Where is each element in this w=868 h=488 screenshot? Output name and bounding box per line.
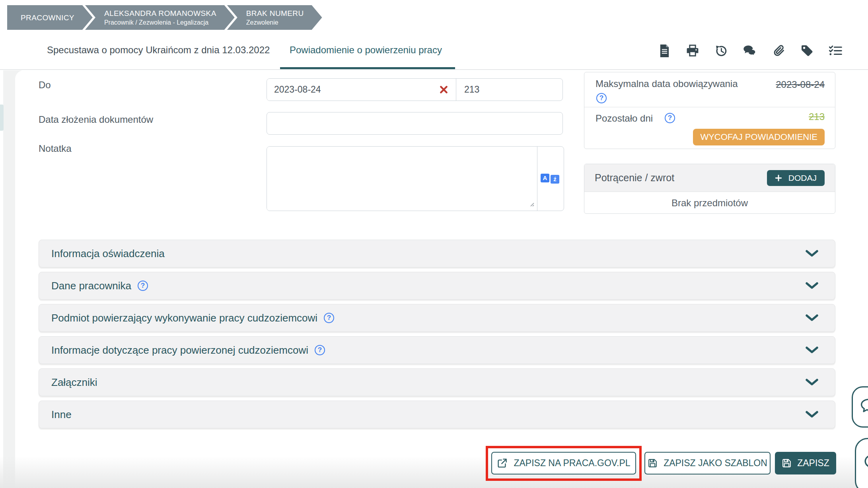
clear-x-icon bbox=[439, 85, 448, 94]
max-date-help-icon[interactable]: ? bbox=[596, 93, 607, 103]
accordion-label: Dane pracownika bbox=[51, 280, 131, 292]
chevron-down-icon bbox=[805, 250, 819, 258]
max-date-value: 2023-08-24 bbox=[776, 79, 825, 90]
cut-off-edge-element bbox=[0, 105, 4, 131]
breadcrumb-subtitle: Pracownik / Zezwolenia - Legalizacja bbox=[104, 18, 216, 27]
deduction-header: Potrącenie / zwrot DODAJ bbox=[584, 164, 835, 192]
submission-date-input[interactable] bbox=[267, 112, 563, 135]
translate-letter-a: A bbox=[541, 174, 549, 182]
note-textarea[interactable] bbox=[267, 147, 537, 211]
accordion-label: Załączniki bbox=[51, 376, 97, 389]
accordion-informacje-dotyczace-pracy[interactable]: Informacje dotyczące pracy powierzonej c… bbox=[39, 336, 835, 364]
save-label: ZAPISZ bbox=[797, 458, 829, 469]
accordion-informacja-oswiadczenia[interactable]: Informacja oświadczenia bbox=[39, 240, 835, 267]
add-deduction-button[interactable]: DODAJ bbox=[767, 170, 825, 186]
days-left-label: Pozostało dni bbox=[596, 113, 653, 124]
accordion-zalaczniki[interactable]: Załączniki bbox=[39, 368, 835, 396]
document-icon[interactable] bbox=[658, 44, 671, 58]
validity-panel: Maksymalna data obowiązywania ? 2023-08-… bbox=[584, 72, 835, 149]
translate-letter-b: ź bbox=[551, 175, 559, 184]
save-to-praca-gov-button[interactable]: ZAPISZ NA PRACA.GOV.PL bbox=[491, 452, 636, 474]
chevron-down-icon bbox=[805, 378, 819, 386]
days-left-help-icon[interactable]: ? bbox=[665, 113, 675, 123]
hint-widget-button[interactable] bbox=[855, 438, 868, 488]
accordion-label: Informacja oświadczenia bbox=[51, 248, 165, 260]
help-icon[interactable]: ? bbox=[324, 313, 334, 323]
translate-icon[interactable]: A ź bbox=[541, 173, 561, 185]
save-button[interactable]: ZAPISZ bbox=[775, 452, 836, 474]
breadcrumb-item-permit[interactable]: BRAK NUMERU Zezwolenie bbox=[227, 5, 322, 30]
note-group: A ź bbox=[267, 146, 564, 211]
accordion-podmiot-powierzajacy[interactable]: Podmiot powierzający wykonywanie pracy c… bbox=[39, 304, 835, 332]
lightbulb-widget-icon bbox=[862, 454, 868, 475]
resize-handle[interactable] bbox=[529, 201, 534, 208]
help-icon[interactable]: ? bbox=[315, 345, 325, 355]
max-date-label: Maksymalna data obowiązywania bbox=[596, 78, 738, 89]
submission-date-label: Data złożenia dokumentów bbox=[39, 114, 153, 125]
tag-icon[interactable] bbox=[800, 44, 814, 58]
chat-widget-icon bbox=[860, 398, 868, 416]
breadcrumb: PRACOWNICY ALEKSANDRA ROMANOWSKA Pracown… bbox=[7, 5, 322, 30]
chevron-down-icon bbox=[805, 282, 819, 290]
breadcrumb-item-pracownicy[interactable]: PRACOWNICY bbox=[7, 5, 93, 30]
clear-date-button[interactable] bbox=[431, 79, 456, 101]
breadcrumb-item-employee[interactable]: ALEKSANDRA ROMANOWSKA Pracownik / Zezwol… bbox=[85, 5, 235, 30]
note-label: Notatka bbox=[39, 143, 72, 154]
chevron-down-icon bbox=[805, 346, 819, 354]
do-label: Do bbox=[39, 79, 51, 91]
withdraw-notification-button[interactable]: WYCOFAJ POWIADOMIENIE bbox=[693, 129, 825, 145]
deduction-title: Potrącenie / zwrot bbox=[595, 172, 674, 184]
deduction-empty-text: Brak przedmiotów bbox=[584, 192, 835, 214]
days-left-value: 213 bbox=[809, 111, 825, 122]
add-deduction-label: DODAJ bbox=[788, 173, 817, 183]
chevron-down-icon bbox=[805, 314, 819, 322]
tasks-icon[interactable] bbox=[829, 44, 842, 58]
accordion-dane-pracownika[interactable]: Dane pracownika? bbox=[39, 272, 835, 300]
history-icon[interactable] bbox=[714, 44, 728, 58]
printer-icon[interactable] bbox=[686, 44, 699, 58]
do-days-value[interactable]: 213 bbox=[456, 79, 562, 101]
do-date-group: 213 bbox=[267, 78, 563, 101]
tab-powiadomienie[interactable]: Powiadomienie o powierzeniu pracy bbox=[290, 45, 442, 56]
header-divider bbox=[0, 69, 868, 70]
accordion-label: Podmiot powierzający wykonywanie pracy c… bbox=[51, 312, 317, 324]
breadcrumb-title: PRACOWNICY bbox=[21, 13, 74, 23]
tab-specustawa[interactable]: Specustawa o pomocy Ukraińcom z dnia 12.… bbox=[47, 45, 270, 56]
panel-divider bbox=[584, 107, 835, 107]
accordion-label: Informacje dotyczące pracy powierzonej c… bbox=[51, 344, 308, 356]
plus-icon bbox=[775, 174, 782, 182]
breadcrumb-title: BRAK NUMERU bbox=[246, 8, 304, 18]
deduction-panel: Potrącenie / zwrot DODAJ Brak przedmiotó… bbox=[584, 164, 835, 214]
save-icon bbox=[648, 458, 658, 468]
breadcrumb-subtitle: Zezwolenie bbox=[246, 18, 304, 27]
accordion-label: Inne bbox=[51, 409, 72, 421]
save-to-praca-gov-label: ZAPISZ NA PRACA.GOV.PL bbox=[514, 458, 630, 469]
chat-widget-button[interactable] bbox=[852, 386, 868, 428]
help-icon[interactable]: ? bbox=[138, 281, 148, 291]
translate-cell: A ź bbox=[537, 147, 564, 211]
breadcrumb-title: ALEKSANDRA ROMANOWSKA bbox=[104, 8, 216, 18]
app-root: PRACOWNICY ALEKSANDRA ROMANOWSKA Pracown… bbox=[0, 0, 868, 488]
comments-icon[interactable] bbox=[743, 44, 757, 58]
save-as-template-label: ZAPISZ JAKO SZABLON bbox=[664, 458, 767, 469]
do-date-input[interactable] bbox=[267, 79, 431, 101]
paperclip-icon[interactable] bbox=[772, 44, 786, 58]
external-link-icon bbox=[497, 458, 508, 469]
accordion-inne[interactable]: Inne bbox=[39, 401, 835, 428]
save-as-template-button[interactable]: ZAPISZ JAKO SZABLON bbox=[644, 452, 771, 474]
save-icon bbox=[782, 458, 792, 468]
chevron-down-icon bbox=[805, 411, 819, 418]
